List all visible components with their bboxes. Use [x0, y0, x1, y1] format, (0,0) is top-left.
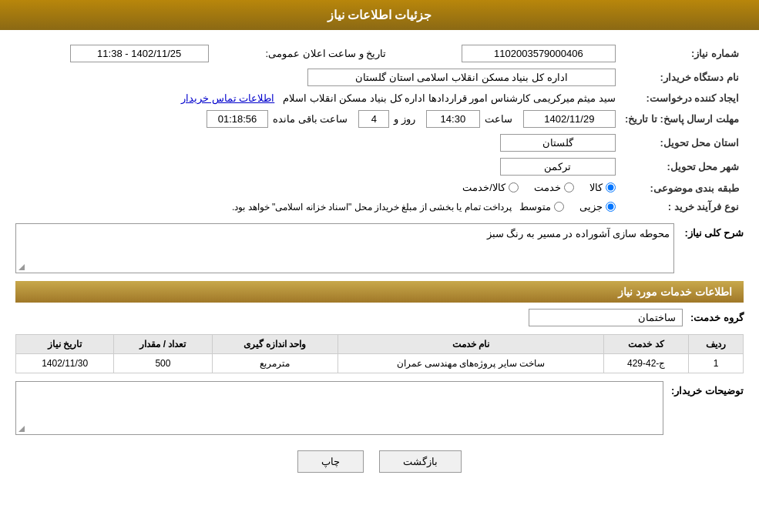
process-option-motavasset[interactable]: متوسط: [519, 201, 564, 212]
delivery-city-value: ترکمن: [15, 155, 620, 179]
table-cell-quantity: 500: [114, 354, 212, 373]
services-table-head: ردیف کد خدمت نام خدمت واحد اندازه گیری ت…: [16, 335, 744, 354]
category-label-khedmat: خدمت: [534, 182, 561, 193]
need-desc-label: شرح کلی نیاز:: [682, 223, 744, 239]
buttons-row: بازگشت چاپ: [15, 450, 744, 484]
need-number-input: 1102003579000406: [462, 45, 616, 62]
services-section-header: اطلاعات خدمات مورد نیاز: [15, 281, 744, 303]
reply-days-input: 4: [358, 110, 389, 128]
process-row: متوسط جزیی پرداخت تمام یا بخشی از مبلغ خ…: [20, 201, 616, 212]
info-row-7: طبقه بندی موضوعی: کالا/خدمت خدمت کالا: [15, 179, 744, 198]
service-group-label: گروه خدمت:: [690, 312, 744, 323]
col-quantity: تعداد / مقدار: [114, 335, 212, 354]
process-label-motavasset: متوسط: [519, 201, 551, 212]
col-unit: واحد اندازه گیری: [212, 335, 338, 354]
reply-deadline-row: 1402/11/29 ساعت 14:30 روز و 4 ساعت باقی …: [20, 110, 616, 128]
delivery-city-input: ترکمن: [500, 158, 616, 176]
need-desc-value: محوطه سازی آشوراده در مسیر به رنگ سبز: [487, 228, 670, 239]
process-option-jozyi[interactable]: جزیی: [579, 201, 616, 212]
info-row-5: استان محل تحویل: گلستان: [15, 131, 744, 155]
services-table: ردیف کد خدمت نام خدمت واحد اندازه گیری ت…: [15, 334, 744, 373]
print-button[interactable]: چاپ: [297, 450, 364, 473]
category-option-khedmat[interactable]: خدمت: [534, 182, 574, 193]
info-row-2: نام دستگاه خریدار: اداره کل بنیاد مسکن ا…: [15, 65, 744, 89]
table-cell-code: ج-42-429: [604, 354, 689, 373]
col-date: تاریخ نیاز: [16, 335, 114, 354]
col-code: کد خدمت: [604, 335, 689, 354]
category-label: طبقه بندی موضوعی:: [620, 179, 744, 198]
table-cell-date: 1402/11/30: [16, 354, 114, 373]
info-row-1: شماره نیاز: 1102003579000406 تاریخ و ساع…: [15, 42, 744, 65]
category-radio-kala[interactable]: [606, 182, 616, 192]
need-number-label: شماره نیاز:: [620, 42, 744, 65]
creator-value: سید میثم میرکریمی کارشناس امور قراردادها…: [15, 89, 620, 107]
content-area: شماره نیاز: 1102003579000406 تاریخ و ساع…: [0, 30, 759, 496]
need-number-value: 1102003579000406: [401, 42, 620, 65]
delivery-city-label: شهر محل تحویل:: [620, 155, 744, 179]
creator-name: سید میثم میرکریمی کارشناس امور قراردادها…: [283, 92, 616, 104]
category-radio-group: کالا/خدمت خدمت کالا: [462, 182, 616, 193]
service-group-row: گروه خدمت: ساختمان: [15, 309, 744, 326]
datetime-value: 1402/11/25 - 11:38: [15, 42, 213, 65]
creator-link[interactable]: اطلاعات تماس خریدار: [181, 92, 274, 104]
need-desc-section: شرح کلی نیاز: محوطه سازی آشوراده در مسیر…: [15, 223, 744, 273]
reply-time-label: ساعت: [485, 113, 512, 125]
delivery-province-value: گلستان: [15, 131, 620, 155]
services-table-header-row: ردیف کد خدمت نام خدمت واحد اندازه گیری ت…: [16, 335, 744, 354]
info-row-3: ایجاد کننده درخواست: سید میثم میرکریمی ک…: [15, 89, 744, 107]
info-row-8: نوع فرآیند خرید : متوسط جزیی: [15, 198, 744, 216]
page-header: جزئیات اطلاعات نیاز: [0, 0, 759, 30]
reply-time-input: 14:30: [426, 110, 480, 128]
need-desc-box: محوطه سازی آشوراده در مسیر به رنگ سبز: [15, 223, 674, 273]
table-cell-unit: مترمربع: [212, 354, 338, 373]
category-label-kala-khedmat: کالا/خدمت: [462, 182, 505, 193]
process-value: متوسط جزیی پرداخت تمام یا بخشی از مبلغ خ…: [15, 198, 620, 216]
table-row: 1ج-42-429ساخت سایر پروژه‌های مهندسی عمرا…: [16, 354, 744, 373]
process-label-jozyi: جزیی: [579, 201, 603, 212]
info-row-6: شهر محل تحویل: ترکمن: [15, 155, 744, 179]
reply-date-input: 1402/11/29: [523, 110, 616, 128]
process-radio-group: متوسط جزیی: [519, 201, 616, 212]
datetime-label: تاریخ و ساعت اعلان عمومی:: [213, 42, 402, 65]
buyer-org-value: اداره کل بنیاد مسکن انقلاب اسلامی استان …: [15, 65, 620, 89]
category-radio-kala-khedmat[interactable]: [509, 182, 519, 192]
reply-remain-label: ساعت باقی مانده: [273, 113, 348, 125]
reply-days-label: روز و: [394, 113, 415, 125]
table-cell-row: 1: [688, 354, 743, 373]
table-cell-name: ساخت سایر پروژه‌های مهندسی عمران: [338, 354, 604, 373]
delivery-province-label: استان محل تحویل:: [620, 131, 744, 155]
reply-remain-input: 01:18:56: [207, 110, 268, 128]
page-wrapper: جزئیات اطلاعات نیاز شماره نیاز: 11020035…: [0, 0, 759, 532]
back-button[interactable]: بازگشت: [379, 450, 462, 473]
process-radio-jozyi[interactable]: [606, 202, 616, 212]
process-label: نوع فرآیند خرید :: [620, 198, 744, 216]
buyer-org-label: نام دستگاه خریدار:: [620, 65, 744, 89]
info-table: شماره نیاز: 1102003579000406 تاریخ و ساع…: [15, 42, 744, 216]
creator-label: ایجاد کننده درخواست:: [620, 89, 744, 107]
category-option-kala-khedmat[interactable]: کالا/خدمت: [462, 182, 519, 193]
info-row-4: مهلت ارسال پاسخ: تا تاریخ: 1402/11/29 سا…: [15, 107, 744, 131]
datetime-input: 1402/11/25 - 11:38: [70, 45, 209, 62]
col-row: ردیف: [688, 335, 743, 354]
reply-deadline-label: مهلت ارسال پاسخ: تا تاریخ:: [620, 107, 744, 131]
reply-deadline-value: 1402/11/29 ساعت 14:30 روز و 4 ساعت باقی …: [15, 107, 620, 131]
category-label-kala: کالا: [589, 182, 603, 193]
delivery-province-input: گلستان: [500, 134, 616, 152]
process-note: پرداخت تمام یا بخشی از مبلغ خریداز محل "…: [232, 202, 512, 212]
page-title: جزئیات اطلاعات نیاز: [327, 8, 432, 22]
service-group-value: ساختمان: [529, 309, 683, 326]
col-name: نام خدمت: [338, 335, 604, 354]
buyer-desc-section: توضیحات خریدار:: [15, 381, 744, 435]
category-value: کالا/خدمت خدمت کالا: [15, 179, 620, 198]
buyer-org-input: اداره کل بنیاد مسکن انقلاب اسلامی استان …: [307, 69, 616, 86]
category-radio-khedmat[interactable]: [564, 182, 574, 192]
process-radio-motavasset[interactable]: [554, 202, 564, 212]
buyer-desc-label: توضیحات خریدار:: [671, 381, 744, 396]
category-option-kala[interactable]: کالا: [589, 182, 616, 193]
services-table-body: 1ج-42-429ساخت سایر پروژه‌های مهندسی عمرا…: [16, 354, 744, 373]
buyer-desc-box: [15, 381, 663, 435]
